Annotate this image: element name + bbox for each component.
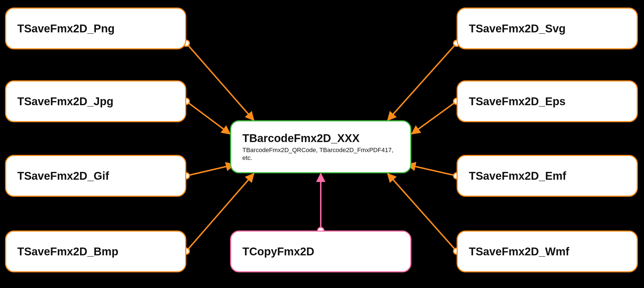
edge-save-gif-to-barcode-fmx2d (183, 165, 234, 179)
edge-save-eps-to-barcode-fmx2d (412, 98, 460, 134)
node-save-jpg: TSaveFmx2D_Jpg (5, 80, 186, 122)
node-save-wmf: TSaveFmx2D_Wmf (457, 231, 638, 272)
node-save-eps-title: TSaveFmx2D_Eps (469, 95, 626, 108)
edge-save-svg-to-barcode-fmx2d (388, 40, 460, 120)
node-copy-fmx2d: TCopyFmx2D (230, 231, 411, 272)
node-save-emf-title: TSaveFmx2D_Emf (469, 170, 626, 182)
node-save-svg: TSaveFmx2D_Svg (457, 8, 638, 49)
node-save-png: TSaveFmx2D_Png (5, 8, 186, 49)
node-copy-fmx2d-title: TCopyFmx2D (242, 245, 399, 258)
edge-save-jpg-to-barcode-fmx2d (183, 98, 230, 134)
node-save-gif: TSaveFmx2D_Gif (5, 155, 186, 197)
svg-line-6 (407, 165, 457, 176)
node-save-jpg-title: TSaveFmx2D_Jpg (17, 95, 174, 108)
node-save-png-title: TSaveFmx2D_Png (17, 22, 174, 35)
svg-line-5 (412, 101, 457, 134)
svg-line-2 (186, 165, 234, 176)
node-barcode-fmx2d-title: TBarcodeFmx2D_XXX (242, 132, 399, 145)
edge-copy-fmx2d-to-barcode-fmx2d (318, 174, 324, 234)
edge-save-emf-to-barcode-fmx2d (407, 165, 460, 179)
node-save-emf: TSaveFmx2D_Emf (457, 155, 638, 197)
node-save-gif-title: TSaveFmx2D_Gif (17, 170, 174, 182)
node-save-svg-title: TSaveFmx2D_Svg (469, 22, 626, 35)
svg-line-4 (388, 43, 457, 120)
node-save-eps: TSaveFmx2D_Eps (457, 80, 638, 122)
svg-line-0 (186, 43, 254, 120)
node-save-bmp: TSaveFmx2D_Bmp (5, 231, 186, 272)
edge-save-png-to-barcode-fmx2d (183, 40, 254, 120)
node-barcode-fmx2d: TBarcodeFmx2D_XXX TBarcodeFmx2D_QRCode, … (230, 120, 411, 173)
node-save-wmf-title: TSaveFmx2D_Wmf (469, 245, 626, 258)
svg-line-1 (186, 101, 230, 134)
node-barcode-fmx2d-subtitle: TBarcodeFmx2D_QRCode, TBarcode2D_FmxPDF4… (242, 146, 399, 162)
diagram-canvas: TBarcodeFmx2D_XXX TBarcodeFmx2D_QRCode, … (0, 0, 644, 288)
node-save-bmp-title: TSaveFmx2D_Bmp (17, 245, 174, 258)
